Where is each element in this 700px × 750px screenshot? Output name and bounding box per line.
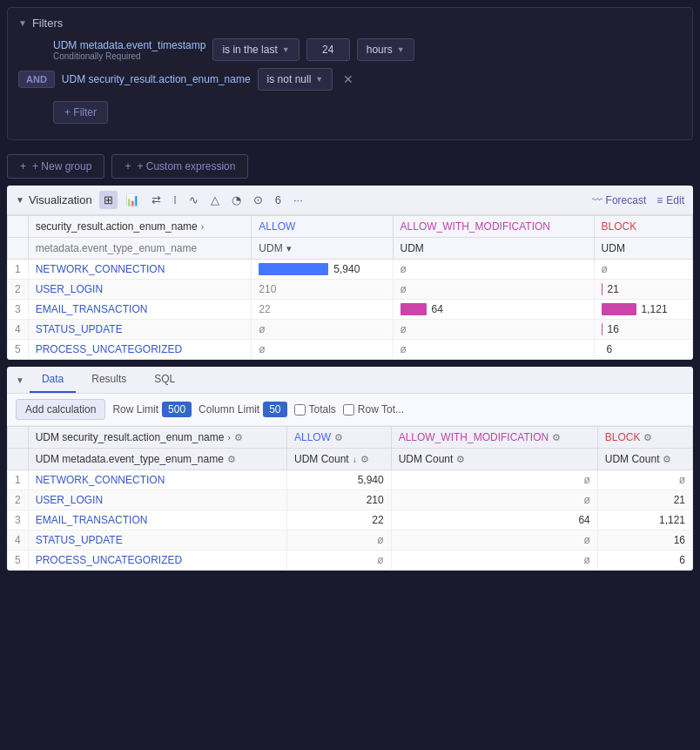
- add-filter-button[interactable]: + Filter: [53, 101, 108, 124]
- totals-group: Totals: [294, 403, 336, 416]
- viz-number-icon-btn[interactable]: 6: [271, 191, 286, 209]
- viz-table-row: 1NETWORK_CONNECTION5,940øø: [8, 260, 693, 280]
- viz-awm-udm-header: UDM: [393, 238, 594, 260]
- bottom-table: UDM security_result.action_enum_name › ⚙…: [7, 426, 693, 571]
- filter-unit-1-dropdown[interactable]: hours ▼: [357, 38, 414, 61]
- bottom-row-name[interactable]: PROCESS_UNCATEGORIZED: [28, 551, 286, 571]
- awm-gear-icon[interactable]: ⚙: [552, 432, 561, 443]
- viz-more-icon-btn[interactable]: ···: [289, 191, 307, 209]
- edit-button[interactable]: ≡ Edit: [656, 194, 684, 206]
- viz-row-name[interactable]: USER_LOGIN: [28, 280, 252, 300]
- block-sub-gear-icon[interactable]: ⚙: [663, 454, 671, 465]
- bottom-row-name[interactable]: STATUS_UPDATE: [28, 530, 286, 551]
- viz-row-name[interactable]: PROCESS_UNCATEGORIZED: [28, 340, 252, 360]
- viz-row-num: 1: [8, 260, 29, 280]
- allow-gear-icon[interactable]: ⚙: [334, 432, 343, 443]
- viz-row-awm: ø: [393, 320, 594, 340]
- new-group-button[interactable]: + + New group: [7, 154, 104, 179]
- bottom-row-num: 4: [8, 530, 29, 551]
- visualization-section: ▼ Visualization ⊞ 📊 ⇄ ⁞ ∿ △ ◔ ⊙ 6 ··· 〰 …: [7, 186, 693, 360]
- allow-sub-gear-icon[interactable]: ⚙: [360, 454, 369, 465]
- bottom-row-allow: 210: [287, 490, 392, 510]
- filter-field-timestamp: UDM metadata.event_timestamp Conditional…: [53, 39, 205, 61]
- viz-row-name[interactable]: EMAIL_TRANSACTION: [28, 300, 252, 320]
- viz-pivot-icon-btn[interactable]: ⇄: [147, 191, 165, 209]
- row-limit-value[interactable]: 500: [162, 402, 192, 417]
- operator-1-arrow-icon: ▼: [282, 45, 290, 54]
- row-totals-group: Row Tot...: [343, 403, 404, 416]
- bottom-awm-sub-header: UDM Count ⚙: [391, 449, 597, 470]
- operator-2-arrow-icon: ▼: [315, 75, 323, 84]
- dim1-gear-icon[interactable]: ⚙: [234, 432, 243, 443]
- plus-icon-expr: +: [125, 160, 131, 172]
- col-limit-value[interactable]: 50: [263, 402, 286, 417]
- bottom-table-row: 1NETWORK_CONNECTION5,940øø: [8, 470, 693, 490]
- bottom-row-name[interactable]: USER_LOGIN: [28, 490, 286, 510]
- row-totals-checkbox[interactable]: [343, 404, 354, 416]
- col-limit-group: Column Limit 50: [199, 402, 286, 417]
- viz-area-icon-btn[interactable]: △: [206, 191, 224, 209]
- edit-icon: ≡: [656, 194, 663, 206]
- dim-expand-icon[interactable]: ›: [201, 222, 204, 232]
- viz-row-name[interactable]: STATUS_UPDATE: [28, 320, 252, 340]
- bottom-num-header: [8, 427, 29, 449]
- add-calculation-button[interactable]: Add calculation: [16, 399, 105, 420]
- bottom-row-awm: 64: [391, 510, 597, 530]
- bottom-row-name[interactable]: NETWORK_CONNECTION: [28, 470, 286, 490]
- viz-row-allow: ø: [252, 340, 393, 360]
- data-collapse-icon[interactable]: ▼: [16, 375, 24, 385]
- bottom-row-allow: ø: [287, 551, 392, 571]
- filter-field-label-2: UDM security_result.action_enum_name: [62, 73, 251, 85]
- viz-table-row: 5PROCESS_UNCATEGORIZEDøø6: [8, 340, 693, 360]
- bottom-row-block: 21: [597, 490, 692, 510]
- bottom-row-num: 2: [8, 490, 29, 510]
- viz-pie-icon-btn[interactable]: ◔: [227, 191, 246, 209]
- bottom-row-allow: ø: [287, 530, 392, 551]
- bottom-awm-header: ALLOW_WITH_MODIFICATION ⚙: [391, 427, 597, 449]
- bottom-row-name[interactable]: EMAIL_TRANSACTION: [28, 510, 286, 530]
- allow-udm-dropdown[interactable]: ▾: [286, 243, 292, 254]
- viz-collapse-icon[interactable]: ▼: [16, 195, 24, 205]
- tab-data[interactable]: Data: [30, 367, 76, 393]
- block-gear-icon[interactable]: ⚙: [643, 432, 652, 443]
- viz-map-icon-btn[interactable]: ⊙: [249, 191, 267, 209]
- allow-sort-icon[interactable]: ↓: [353, 455, 357, 464]
- filters-collapse-icon[interactable]: ▼: [18, 18, 27, 28]
- viz-row-allow: 5,940: [252, 260, 393, 280]
- dim1-expand-icon[interactable]: ›: [227, 433, 230, 443]
- tab-sql[interactable]: SQL: [142, 367, 187, 393]
- bottom-block-sub-header: UDM Count ⚙: [597, 449, 692, 470]
- viz-scatter-icon-btn[interactable]: ⁞: [169, 191, 181, 209]
- bottom-dim2-header: UDM metadata.event_type_enum_name ⚙: [28, 449, 286, 470]
- custom-expression-button[interactable]: + + Custom expression: [111, 154, 248, 179]
- viz-row-allow: 22: [252, 300, 393, 320]
- viz-row-num-header: [8, 216, 29, 238]
- filter-operator-2-dropdown[interactable]: is not null ▼: [258, 68, 333, 91]
- viz-dim-header: security_result.action_enum_name ›: [28, 216, 252, 238]
- filter-sublabel-1: Conditionally Required: [53, 51, 205, 61]
- viz-bar-icon-btn[interactable]: 📊: [121, 191, 144, 209]
- filters-title: Filters: [32, 17, 63, 30]
- bottom-table-row: 2USER_LOGIN210ø21: [8, 490, 693, 510]
- tab-results[interactable]: Results: [79, 367, 138, 393]
- awm-sub-gear-icon[interactable]: ⚙: [456, 454, 465, 465]
- viz-allow-udm-header: UDM ▾: [252, 238, 393, 260]
- bottom-table-row: 4STATUS_UPDATEøø16: [8, 530, 693, 551]
- data-tabs: ▼ Data Results SQL: [7, 367, 693, 394]
- bottom-row-block: 1,121: [597, 510, 692, 530]
- viz-row-name[interactable]: NETWORK_CONNECTION: [28, 260, 252, 280]
- viz-header: ▼ Visualization ⊞ 📊 ⇄ ⁞ ∿ △ ◔ ⊙ 6 ··· 〰 …: [7, 186, 693, 215]
- viz-row-allow: ø: [252, 320, 393, 340]
- filter-row-1: UDM metadata.event_timestamp Conditional…: [18, 38, 682, 61]
- filter-bottom-buttons: + + New group + + Custom expression: [0, 147, 700, 186]
- filter-2-remove-button[interactable]: ✕: [340, 71, 357, 88]
- viz-line-icon-btn[interactable]: ∿: [185, 191, 203, 209]
- totals-checkbox[interactable]: [294, 404, 306, 416]
- filter-value-1-input[interactable]: [306, 38, 350, 61]
- filter-operator-1-dropdown[interactable]: is in the last ▼: [212, 38, 299, 61]
- dim2-gear-icon[interactable]: ⚙: [227, 454, 236, 465]
- forecast-button[interactable]: 〰 Forecast: [592, 194, 647, 206]
- viz-dim2-header: metadata.event_type_enum_name: [28, 238, 252, 260]
- bottom-row-num: 1: [8, 470, 29, 490]
- viz-table-icon-btn[interactable]: ⊞: [99, 191, 118, 209]
